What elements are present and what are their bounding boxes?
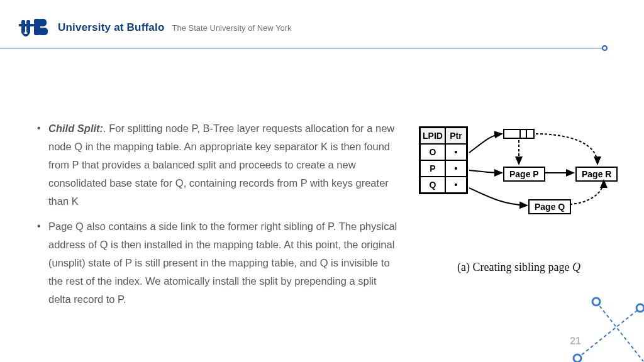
bullet-text: Page Q also contains a side link to the … (48, 221, 397, 305)
mapping-table: LPID Ptr O • P • Q • (419, 126, 468, 194)
ptr-cell: • (445, 160, 467, 177)
diagram: LPID Ptr O • P • Q • Page P (415, 123, 623, 274)
table-row: O (420, 144, 445, 160)
table-header: Ptr (445, 128, 467, 144)
header-divider (0, 48, 604, 48)
page-box-p: Page P (503, 167, 545, 182)
university-name: University at Buffalo (58, 21, 165, 34)
svg-rect-4 (38, 28, 48, 35)
ptr-cell: • (445, 177, 467, 193)
ub-logo-icon (19, 15, 54, 40)
bullet-list: Child Split:. For splitting node P, B-Tr… (35, 119, 399, 316)
slide-header: University at Buffalo The State Universi… (19, 15, 292, 40)
bullet-lead: Child Split: (48, 123, 103, 134)
caption-variable: Q (572, 261, 580, 273)
svg-rect-5 (19, 24, 34, 26)
list-item: Child Split:. For splitting node P, B-Tr… (35, 119, 399, 210)
page-box-r: Page R (575, 167, 618, 182)
page-box-q: Page Q (528, 199, 571, 214)
svg-line-7 (577, 308, 640, 358)
table-header: LPID (420, 128, 445, 144)
university-subtitle: The State University of New York (172, 23, 292, 33)
table-row: Q (420, 177, 445, 193)
delta-record-icon (503, 129, 535, 139)
bullet-text: . For splitting node P, B-Tree layer req… (48, 123, 394, 207)
caption-text: (a) Creating sibling page (457, 261, 572, 273)
decorative-cross-icon (571, 289, 644, 362)
table-row: P (420, 160, 445, 177)
list-item: Page Q also contains a side link to the … (35, 217, 399, 308)
svg-rect-3 (38, 19, 47, 26)
figure-caption: (a) Creating sibling page Q (415, 261, 623, 274)
header-divider-dot-icon (602, 45, 608, 51)
ptr-cell: • (445, 144, 467, 160)
